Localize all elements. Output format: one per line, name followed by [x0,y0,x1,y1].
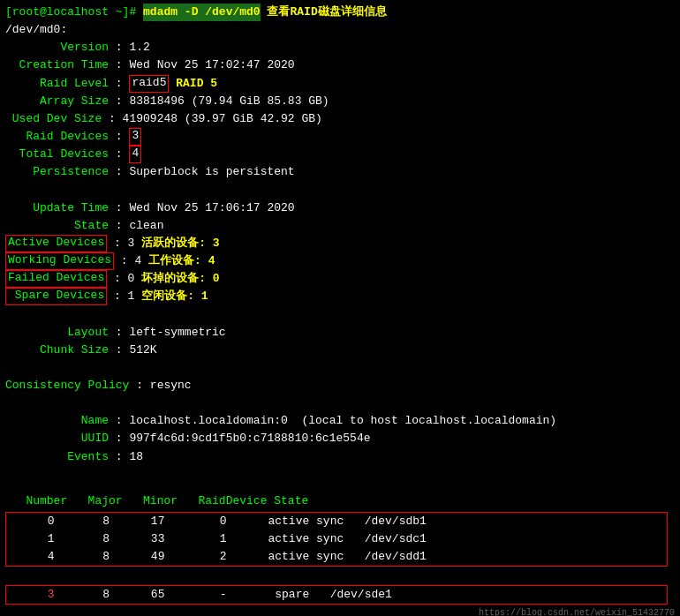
spare-devices-label: Spare Devices [5,288,107,305]
working-devices-annotation: 工作设备: 4 [141,252,215,270]
table-row-3: 3 8 65 - spare /dev/sde1 [6,586,667,604]
spare-devices-annotation: 空闲设备: 1 [134,288,208,305]
active-rows-box: 0 8 17 0 active sync /dev/sdb1 1 8 33 1 … [5,512,668,567]
blank-5 [5,466,675,484]
blank-2 [5,305,675,323]
field-raid-level: Raid Level : raid5 RAID 5 [5,75,675,93]
table-header: Number Major Minor RaidDevice State [5,492,675,510]
field-active-devices: Active Devices : 3 活跃的设备: 3 [5,235,675,252]
field-raid-devices: Raid Devices : 3 [5,128,675,146]
blank-1 [5,181,675,199]
field-creation-time: Creation Time : Wed Nov 25 17:02:47 2020 [5,56,675,74]
active-devices-label: Active Devices [5,235,107,252]
field-events: Events : 18 [5,448,675,466]
table-row-1: 1 8 33 1 active sync /dev/sdc1 [6,530,667,548]
terminal: [root@localhost ~]# mdadm -D /dev/md0 查看… [0,0,680,616]
field-consistency-policy: Consistency Policy : resync [5,377,675,394]
raid-devices-value: 3 [129,128,141,146]
field-working-devices: Working Devices : 4 工作设备: 4 [5,252,675,270]
field-persistence: Persistence : Superblock is persistent [5,163,675,181]
field-name: Name : localhost.localdomain:0 (local to… [5,412,675,430]
field-failed-devices: Failed Devices : 0 坏掉的设备: 0 [5,270,675,288]
field-uuid: UUID : 997f4c6d:9cd1f5b0:c7188810:6c1e55… [5,430,675,447]
field-spare-devices: Spare Devices : 1 空闲设备: 1 [5,288,675,305]
watermark: https://blog.csdn.net/weixin_51432770 [5,608,675,616]
comment: 查看RAID磁盘详细信息 [267,4,386,21]
total-devices-value: 4 [129,146,141,163]
failed-devices-annotation: 坏掉的设备: 0 [134,270,219,288]
field-version: Version : 1.2 [5,39,675,56]
device-name: /dev/md0: [5,21,67,39]
active-devices-annotation: 活跃的设备: 3 [134,235,219,252]
field-total-devices: Total Devices : 4 [5,146,675,163]
device-header: /dev/md0: [5,21,675,39]
raid-level-annotation: RAID 5 [169,75,217,93]
command: mdadm -D /dev/md0 [143,4,261,21]
blank-6 [5,567,675,584]
field-used-dev-size: Used Dev Size : 41909248 (39.97 GiB 42.9… [5,110,675,128]
working-devices-label: Working Devices [5,252,114,270]
field-chunk-size: Chunk Size : 512K [5,342,675,359]
field-update-time: Update Time : Wed Nov 25 17:06:17 2020 [5,199,675,217]
prompt: [root@localhost ~]# [5,4,136,21]
blank-4 [5,394,675,412]
table-row-0: 0 8 17 0 active sync /dev/sdb1 [6,513,667,530]
blank-3 [5,359,675,377]
command-line: [root@localhost ~]# mdadm -D /dev/md0 查看… [5,4,675,21]
field-array-size: Array Size : 83818496 (79.94 GiB 85.83 G… [5,93,675,110]
failed-devices-label: Failed Devices [5,270,107,288]
field-state: State : clean [5,217,675,235]
field-layout: Layout : left-symmetric [5,324,675,342]
table-row-4: 4 8 49 2 active sync /dev/sdd1 [6,548,667,566]
spare-row-box: 3 8 65 - spare /dev/sde1 [5,585,668,605]
spare-number: 3 [6,586,55,604]
raid-level-value: raid5 [129,75,169,93]
